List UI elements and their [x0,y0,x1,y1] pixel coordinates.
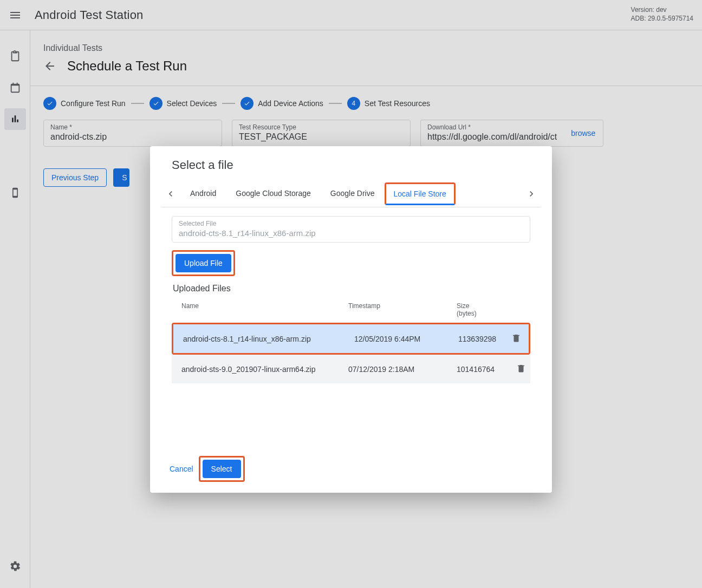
col-timestamp: Timestamp [339,299,447,323]
delete-icon[interactable] [516,363,526,373]
upload-highlight: Upload File [172,250,235,276]
size-label-2: (bytes) [457,310,477,317]
select-file-dialog: Select a file Android Google Cloud Stora… [150,146,552,493]
col-name: Name [172,299,339,323]
cell-size: 101416764 [447,355,506,383]
table-row-wrapper: android-cts-8.1_r14-linux_x86-arm.zip 12… [172,323,530,355]
tab-gcs[interactable]: Google Cloud Storage [226,181,321,206]
tabs-row: Android Google Cloud Storage Google Driv… [161,181,541,207]
field-value: android-cts-8.1_r14-linux_x86-arm.zip [179,228,523,238]
cell-size: 113639298 [458,324,507,353]
table-row[interactable]: android-cts-8.1_r14-linux_x86-arm.zip 12… [173,324,529,353]
select-highlight: Select [199,456,245,482]
chevron-left-icon[interactable] [161,181,180,207]
dialog-footer: Cancel Select [150,448,552,493]
col-size: Size (bytes) [447,299,506,323]
tab-strip: Android Google Cloud Storage Google Driv… [180,181,522,206]
uploaded-files-table: Name Timestamp Size (bytes) [172,299,530,383]
selected-row-highlight: android-cts-8.1_r14-linux_x86-arm.zip 12… [172,323,530,355]
upload-file-button[interactable]: Upload File [176,254,231,272]
uploaded-files-heading: Uploaded Files [173,284,530,293]
delete-icon[interactable] [511,333,521,343]
cancel-button[interactable]: Cancel [170,465,193,473]
cell-name: android-cts-8.1_r14-linux_x86-arm.zip [173,324,350,353]
tab-local-file-store[interactable]: Local File Store [385,182,456,205]
tab-android[interactable]: Android [180,181,226,206]
cell-timestamp: 12/05/2019 6:44PM [350,324,458,353]
field-label: Selected File [179,220,523,227]
dialog-title: Select a file [150,146,552,181]
select-button[interactable]: Select [203,460,241,478]
chevron-right-icon[interactable] [522,181,541,207]
tab-gdrive[interactable]: Google Drive [321,181,385,206]
table-row[interactable]: android-sts-9.0_201907-linux-arm64.zip 0… [172,355,530,383]
size-label-1: Size [457,302,469,310]
cell-timestamp: 07/12/2019 2:18AM [339,355,447,383]
cell-name: android-sts-9.0_201907-linux-arm64.zip [172,355,339,383]
selected-file-field[interactable]: Selected File android-cts-8.1_r14-linux_… [172,216,530,243]
